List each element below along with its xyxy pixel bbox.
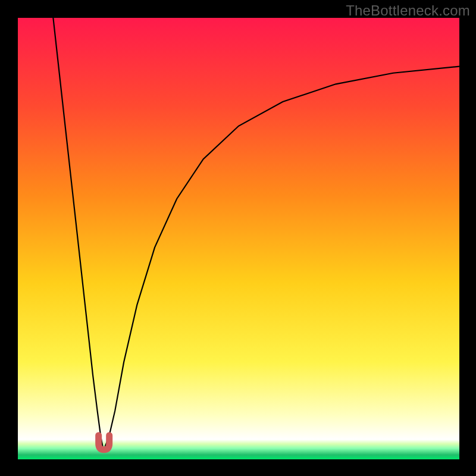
gradient-background <box>18 18 459 459</box>
plot-area <box>18 18 459 459</box>
plot-svg <box>18 18 459 459</box>
watermark-text: TheBottleneck.com <box>346 2 470 19</box>
chart-frame: TheBottleneck.com <box>0 0 476 476</box>
